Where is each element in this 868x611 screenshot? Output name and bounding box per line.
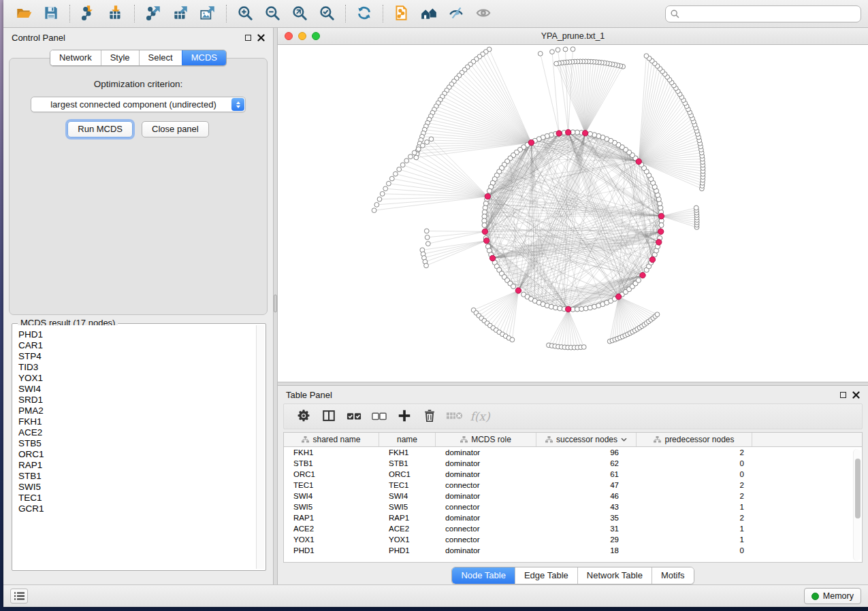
zoom-fit-button[interactable]	[286, 2, 313, 25]
mcds-result-item[interactable]: YOX1	[18, 373, 264, 384]
tab-style[interactable]: Style	[101, 50, 139, 65]
import-network-button[interactable]	[75, 2, 102, 25]
mcds-result-item[interactable]: ACE2	[18, 427, 264, 438]
table-panel: Table Panel f(x) shared namenameMCDS rol…	[278, 386, 868, 584]
open-file-button[interactable]	[10, 2, 37, 25]
mcds-result-item[interactable]: FKH1	[18, 416, 264, 427]
memory-button[interactable]: Memory	[804, 588, 861, 604]
mcds-result-item[interactable]: SRD1	[18, 395, 264, 406]
close-panel-icon[interactable]	[257, 34, 265, 42]
close-table-panel-icon[interactable]	[852, 391, 860, 399]
hub-node[interactable]	[485, 193, 490, 199]
hub-node[interactable]	[556, 131, 562, 136]
tab-network[interactable]: Network	[50, 50, 101, 65]
tab-edge-table[interactable]: Edge Table	[515, 567, 577, 584]
select-all-checkboxes-button[interactable]	[344, 407, 364, 426]
column-header-MCDS-role[interactable]: MCDS role	[436, 433, 536, 446]
zoom-in-icon	[236, 4, 254, 24]
settings-button[interactable]	[293, 407, 314, 426]
mcds-result-item[interactable]: ORC1	[18, 449, 264, 460]
criterion-select[interactable]: largest connected component (undirected)	[31, 97, 246, 112]
refresh-button[interactable]	[351, 2, 378, 25]
network-canvas[interactable]	[278, 45, 868, 382]
hide-graphics-details-button[interactable]	[443, 2, 470, 25]
mcds-result-item[interactable]: RAP1	[18, 460, 264, 471]
hub-node[interactable]	[565, 306, 570, 312]
export-image-button[interactable]	[194, 2, 221, 25]
tab-select[interactable]: Select	[139, 50, 182, 65]
table-scrollbar-thumb[interactable]	[855, 459, 861, 518]
run-mcds-button[interactable]: Run MCDS	[67, 121, 133, 137]
delete-row-button[interactable]	[419, 407, 440, 426]
hub-node[interactable]	[649, 257, 655, 262]
float-panel-icon[interactable]	[245, 35, 251, 41]
save-session-button[interactable]	[37, 2, 65, 25]
mcds-result-item[interactable]: PHD1	[18, 329, 264, 340]
hub-node[interactable]	[582, 130, 588, 135]
import-table-button[interactable]	[102, 2, 129, 25]
hub-node[interactable]	[515, 288, 521, 293]
column-header-predecessor-nodes[interactable]: predecessor nodes	[637, 433, 752, 446]
split-columns-button[interactable]	[319, 407, 339, 426]
export-table-button[interactable]	[167, 2, 194, 25]
vertical-splitter[interactable]	[273, 28, 278, 584]
hub-node[interactable]	[489, 255, 495, 261]
mcds-result-item[interactable]: TEC1	[18, 493, 264, 503]
hub-node[interactable]	[528, 139, 534, 145]
table-scrollbar[interactable]	[853, 449, 861, 561]
table-row[interactable]: ACE2ACE2connector311	[284, 523, 862, 534]
clear-checkboxes-button[interactable]	[369, 407, 389, 426]
tab-mcds[interactable]: MCDS	[182, 50, 226, 65]
column-header-successor-nodes[interactable]: successor nodes	[536, 433, 637, 446]
column-header-name[interactable]: name	[379, 433, 436, 446]
show-graphics-details-button[interactable]	[470, 2, 497, 25]
add-row-button[interactable]	[394, 407, 415, 426]
tab-motifs[interactable]: Motifs	[652, 567, 694, 584]
mcds-result-item[interactable]: SWI5	[18, 482, 264, 493]
table-row[interactable]: STB1STB1dominator620	[284, 458, 862, 469]
float-table-panel-icon[interactable]	[840, 392, 846, 398]
splitter-grip[interactable]	[274, 295, 277, 312]
table-row[interactable]: PHD1PHD1dominator180	[284, 545, 862, 556]
mcds-result-item[interactable]: GCR1	[18, 503, 264, 514]
mcds-result-item[interactable]: STB1	[18, 471, 264, 482]
mcds-result-group: MCDS result (17 nodes) PHD1CAR1STP4TID3Y…	[12, 323, 266, 571]
table-row[interactable]: RAP1RAP1dominator352	[284, 512, 862, 523]
hub-node[interactable]	[482, 229, 487, 234]
hub-node[interactable]	[658, 214, 664, 219]
search-input[interactable]	[683, 9, 856, 18]
hub-node[interactable]	[636, 159, 641, 164]
table-row[interactable]: SWI5SWI5connector431	[284, 501, 862, 512]
hub-node[interactable]	[658, 229, 663, 234]
table-row[interactable]: TEC1TEC1connector472	[284, 480, 862, 491]
share-document-icon	[393, 4, 411, 24]
mcds-result-item[interactable]: STB5	[18, 438, 264, 449]
mcds-result-item[interactable]: SWI4	[18, 384, 264, 395]
table-row[interactable]: SWI4SWI4dominator462	[284, 491, 862, 501]
zoom-out-button[interactable]	[259, 2, 286, 25]
mcds-result-item[interactable]: CAR1	[18, 340, 264, 351]
table-row[interactable]: ORC1ORC1dominator610	[284, 469, 862, 480]
hub-node[interactable]	[640, 272, 645, 278]
mcds-result-item[interactable]: STP4	[18, 351, 264, 362]
show-panels-button[interactable]	[10, 589, 28, 604]
column-header-shared-name[interactable]: shared name	[284, 433, 379, 446]
hub-node[interactable]	[615, 294, 621, 299]
hub-node[interactable]	[483, 238, 489, 244]
hub-node[interactable]	[656, 240, 662, 245]
tab-node-table[interactable]: Node Table	[452, 567, 515, 584]
network-graph[interactable]	[278, 45, 868, 382]
home-button[interactable]	[415, 2, 443, 25]
tab-network-table[interactable]: Network Table	[577, 567, 652, 584]
mcds-result-item[interactable]: PMA2	[18, 406, 264, 416]
close-panel-button[interactable]: Close panel	[142, 121, 209, 137]
table-row[interactable]: FKH1FKH1dominator962	[284, 447, 862, 458]
zoom-in-button[interactable]	[231, 2, 259, 25]
hub-node[interactable]	[565, 129, 570, 135]
mcds-result-list[interactable]: PHD1CAR1STP4TID3YOX1SWI4SRD1PMA2FKH1ACE2…	[14, 325, 264, 569]
zoom-selected-button[interactable]	[313, 2, 340, 25]
mcds-result-item[interactable]: TID3	[18, 362, 264, 373]
export-network-button[interactable]	[140, 2, 167, 25]
table-row[interactable]: YOX1YOX1connector291	[284, 534, 862, 545]
share-document-button[interactable]	[388, 2, 415, 25]
